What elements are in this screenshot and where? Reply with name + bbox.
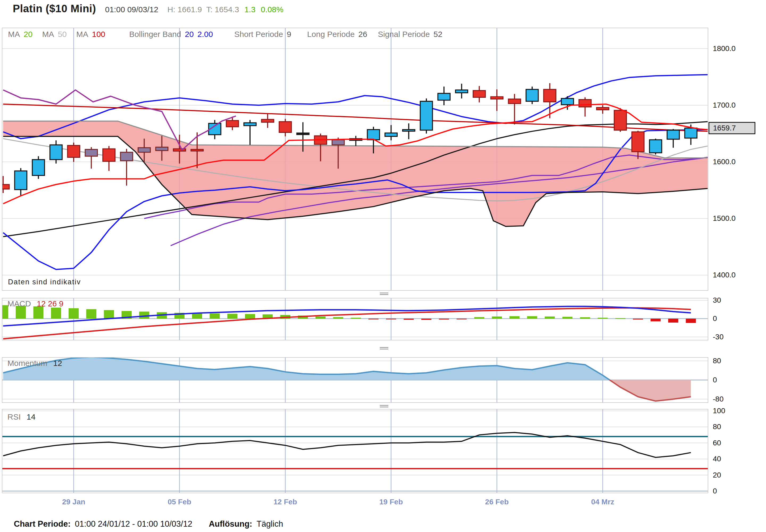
candle-body-up xyxy=(667,130,679,139)
candle-body-up xyxy=(438,93,450,100)
candle-body-down xyxy=(508,99,521,104)
macd-histogram-bar xyxy=(492,316,502,319)
x-axis-label: 05 Feb xyxy=(167,498,191,506)
candle-body-up xyxy=(403,130,415,131)
macd-histogram-bar xyxy=(457,319,467,319)
macd-histogram-bar xyxy=(509,316,520,319)
mom-axis-tick: 80 xyxy=(713,357,721,365)
macd-axis-tick: 30 xyxy=(713,296,721,304)
last-price-tag: 1659.7 xyxy=(709,122,755,134)
macd-histogram-bar xyxy=(633,319,643,319)
macd-histogram-bar xyxy=(615,318,625,319)
candle-body-up xyxy=(456,90,468,93)
main-axis-tick: 1600.0 xyxy=(713,158,736,166)
x-axis-label: 26 Feb xyxy=(485,498,509,506)
legend-ma100[interactable]: MA100 xyxy=(76,30,105,39)
x-axis-label: 19 Feb xyxy=(379,498,403,506)
candle-body-up xyxy=(385,133,397,136)
macd-histogram-bar xyxy=(86,309,96,319)
rsi-axis-tick: 80 xyxy=(713,423,721,431)
legend-ma20[interactable]: MA20 xyxy=(8,30,32,39)
candle-body-down xyxy=(597,108,609,110)
candle-body-up xyxy=(526,89,538,101)
candle-body-down xyxy=(226,121,239,127)
macd-histogram-bar xyxy=(386,319,396,319)
macd-histogram-bar xyxy=(351,318,361,319)
candle-body-up xyxy=(420,101,432,130)
x-axis-label: 29 Jan xyxy=(62,498,85,506)
candle-body-dark xyxy=(297,133,309,134)
candle-body-up xyxy=(367,130,380,140)
rsi-axis-tick: 20 xyxy=(713,471,721,479)
high-quote: H: 1661.9 T: 1654.3 xyxy=(167,5,239,14)
macd-histogram-bar xyxy=(316,316,326,319)
candle-body-down xyxy=(103,149,115,161)
candle-body-down xyxy=(0,184,9,189)
main-axis-tick: 1700.0 xyxy=(713,101,736,109)
macd-histogram-bar xyxy=(562,317,572,319)
chart-header: Platin ($10 Mini) 01:00 09/03/12 H: 1661… xyxy=(13,3,284,15)
macd-histogram-bar xyxy=(421,319,431,320)
candle-body-up xyxy=(50,145,62,159)
macd-histogram-bar xyxy=(0,305,8,319)
candle-body-down xyxy=(279,122,292,132)
macd-histogram-bar xyxy=(228,314,238,319)
legend-long-periode[interactable]: Long Periode26 xyxy=(307,30,367,39)
legend-bollinger[interactable]: Bollinger Band202.00 xyxy=(129,30,213,39)
legend-signal-periode[interactable]: Signal Periode52 xyxy=(378,30,443,39)
resolution-value: Täglich xyxy=(257,519,283,529)
resolution-label: Auflösung: xyxy=(209,519,253,529)
candle-body-neutral xyxy=(156,147,168,151)
macd-histogram-bar xyxy=(545,316,555,319)
panel-resize-handle-rsi[interactable] xyxy=(380,405,388,408)
chart-period-label: Chart Periode: xyxy=(14,519,71,529)
macd-histogram-bar xyxy=(51,308,61,319)
candle-body-neutral xyxy=(120,152,133,161)
candle-body-down xyxy=(67,145,80,157)
candle-body-down xyxy=(191,149,203,151)
candle-body-down xyxy=(262,119,274,122)
candle-body-down xyxy=(544,89,556,102)
momentum-panel-label: Momentum12 xyxy=(7,359,62,368)
macd-histogram-bar xyxy=(368,319,378,319)
x-axis-label: 04 Mrz xyxy=(591,498,614,506)
panel-resize-handle-macd[interactable] xyxy=(380,293,388,295)
legend-ma50[interactable]: MA50 xyxy=(42,30,66,39)
macd-histogram-bar xyxy=(651,319,661,321)
candle-body-down xyxy=(632,132,644,152)
macd-histogram-bar xyxy=(245,314,255,319)
mom-axis-tick: -80 xyxy=(713,395,723,403)
macd-histogram-bar xyxy=(69,308,79,319)
macd-axis-tick: 0 xyxy=(713,314,717,323)
macd-histogram-bar xyxy=(474,317,484,319)
macd-histogram-bar xyxy=(686,319,696,323)
mom-axis-tick: 0 xyxy=(713,376,717,384)
trading-chart-window: 1800.01700.01600.01500.01400.0300-30800-… xyxy=(0,0,766,532)
candle-body-down xyxy=(491,97,503,99)
change-percent: 0.08% xyxy=(261,5,284,14)
rsi-axis-tick: 40 xyxy=(713,455,721,463)
main-axis-tick: 1800.0 xyxy=(713,44,736,53)
candle-body-up xyxy=(685,128,697,138)
candle-body-up xyxy=(650,140,662,153)
indicative-data-disclaimer: Daten sind indikativ xyxy=(8,278,81,286)
macd-histogram-bar xyxy=(404,319,414,320)
candle-body-up xyxy=(32,160,44,176)
rsi-axis-tick: 0 xyxy=(713,487,717,495)
chart-period-value: 01:00 24/01/12 - 01:00 10/03/12 xyxy=(75,519,192,529)
candle-body-up xyxy=(561,98,573,104)
panel-resize-handle-momentum[interactable] xyxy=(380,347,388,350)
instrument-title: Platin ($10 Mini) xyxy=(13,3,96,15)
chart-canvas[interactable]: 1800.01700.01600.01500.01400.0300-30800-… xyxy=(0,0,766,532)
macd-histogram-bar xyxy=(104,310,114,319)
macd-histogram-bar xyxy=(527,316,537,319)
rsi-axis-tick: 100 xyxy=(713,407,725,415)
rsi-axis-tick: 60 xyxy=(713,439,721,447)
indicator-legend: MA20 MA50 MA100 Bollinger Band202.00 Sho… xyxy=(8,30,442,39)
macd-histogram-bar xyxy=(668,319,678,323)
legend-short-periode[interactable]: Short Periode9 xyxy=(234,30,291,39)
x-axis-label: 12 Feb xyxy=(274,498,297,506)
macd-histogram-bar xyxy=(580,317,590,319)
candle-body-neutral xyxy=(332,140,344,145)
candle-body-up xyxy=(15,171,27,189)
